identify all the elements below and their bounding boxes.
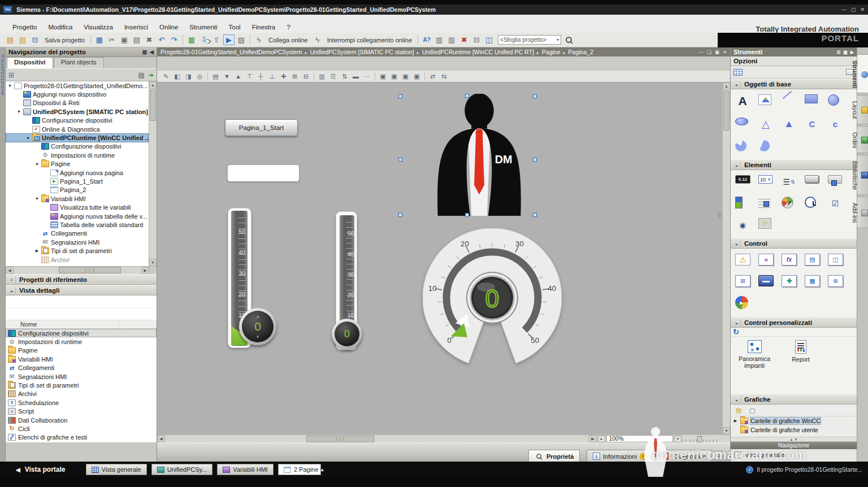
section-controls[interactable]: ⌄Control bbox=[731, 238, 857, 249]
disconnect-online-button[interactable]: Interrompi collegamento online bbox=[327, 37, 412, 44]
editor-vertical-scrollbar[interactable]: ▲ ▼ bbox=[722, 82, 730, 434]
tree-vertical-scrollbar[interactable]: ▲ ▼ bbox=[149, 81, 157, 266]
palette-icon[interactable]: ≈ bbox=[758, 254, 774, 266]
tree-item[interactable]: Aggiungi nuova tabella delle v... bbox=[6, 212, 149, 220]
palette-icon[interactable] bbox=[758, 275, 774, 286]
filter-icon[interactable]: ⊞ bbox=[8, 71, 14, 79]
section-basic-objects[interactable]: ⌄Oggetti di base bbox=[731, 79, 857, 89]
palette-icon[interactable]: C bbox=[805, 118, 819, 131]
editor-toolbar-icon[interactable]: ⊤ bbox=[244, 72, 255, 81]
graphics-tool-icon[interactable]: ▢ bbox=[748, 406, 757, 414]
canvas-button-widget[interactable]: Pagina_1_Start bbox=[225, 119, 298, 136]
palette-icon[interactable]: 0.12 bbox=[735, 175, 750, 184]
scrollbar-thumb[interactable] bbox=[723, 91, 730, 131]
details-name-header[interactable]: Nome bbox=[6, 320, 157, 329]
canvas-graphic-widget[interactable]: DM bbox=[400, 94, 535, 217]
connect-online-icon[interactable]: ϟ bbox=[253, 34, 264, 45]
selection-handle[interactable] bbox=[533, 213, 537, 217]
editor-toolbar-icon[interactable]: ▼ bbox=[222, 72, 232, 81]
taskbar-button[interactable]: Variabili HMI bbox=[217, 464, 274, 475]
breadcrumb-item[interactable]: UnifiedPCSystem [SIMATIC PC station] bbox=[302, 49, 414, 55]
selection-handle[interactable] bbox=[398, 158, 402, 162]
selection-handle[interactable] bbox=[398, 213, 402, 217]
list-item[interactable]: Tipi di set di parametri bbox=[6, 381, 157, 389]
editor-toolbar-icon[interactable]: ⊞ bbox=[289, 72, 300, 81]
editor-toolbar-icon[interactable] bbox=[424, 72, 425, 81]
pane-splitter[interactable]: ▲▼ bbox=[731, 437, 857, 442]
editor-toolbar-icon[interactable]: ⋯ bbox=[362, 72, 372, 81]
task-card-tab[interactable]: Biblioteche bbox=[857, 155, 868, 195]
toolbar-icon[interactable]: ⊟ bbox=[471, 34, 482, 45]
expand-icon[interactable]: › bbox=[734, 451, 741, 458]
slider-decrease-icon[interactable]: ∨ bbox=[242, 334, 274, 338]
tree-item[interactable]: Tabella delle variabili standard bbox=[6, 220, 149, 229]
menu-item[interactable]: Progetto bbox=[7, 23, 42, 32]
toolbar-icon[interactable]: ▨ bbox=[236, 34, 247, 45]
navigation-tab[interactable]: Dispositivi bbox=[7, 57, 53, 68]
selection-handle[interactable] bbox=[533, 158, 537, 162]
scrollbar-thumb[interactable] bbox=[150, 90, 156, 121]
expander-icon[interactable]: ▼ bbox=[7, 84, 12, 88]
slider-increase-icon[interactable]: ∧ bbox=[242, 315, 274, 319]
scroll-up-icon[interactable]: ▲ bbox=[149, 81, 157, 89]
toolbar-icon[interactable]: ↶ bbox=[156, 34, 167, 45]
selection-handle[interactable] bbox=[465, 213, 469, 217]
zoom-level-value[interactable]: 100% bbox=[606, 435, 673, 442]
palette-icon[interactable]: fx bbox=[782, 254, 797, 266]
palette-icon[interactable]: A bbox=[735, 94, 750, 108]
grid-view-icon[interactable] bbox=[734, 69, 743, 76]
palette-icon[interactable] bbox=[782, 197, 793, 208]
slider-knob[interactable]: ∧ 0 ∨ bbox=[239, 308, 276, 345]
toolbar-icon[interactable]: ⇧ bbox=[211, 34, 222, 45]
breadcrumb-item[interactable]: UnifiedPCRuntime [WinCC Unified PC RT] bbox=[414, 49, 534, 55]
tree-item[interactable]: ▼ UnifiedPCSystem [SIMATIC PC station] bbox=[6, 107, 149, 116]
editor-window-icon[interactable]: ▣ bbox=[715, 49, 719, 55]
editor-toolbar-icon[interactable]: ▥ bbox=[316, 72, 327, 81]
scroll-right-icon[interactable]: ▶ bbox=[589, 435, 597, 442]
scroll-right-icon[interactable]: ▶ bbox=[141, 267, 149, 274]
palette-icon[interactable] bbox=[783, 91, 792, 99]
expander-icon[interactable]: ▼ bbox=[34, 162, 40, 166]
palette-icon[interactable]: c bbox=[828, 118, 843, 131]
toolbar-icon[interactable]: ▦ bbox=[94, 34, 105, 45]
save-project-button[interactable]: Salva progetto bbox=[45, 37, 85, 44]
editor-toolbar-icon[interactable]: ✎ bbox=[160, 72, 171, 81]
editor-toolbar-icon[interactable] bbox=[314, 72, 314, 81]
zoom-slider[interactable] bbox=[683, 436, 719, 442]
tree-item[interactable]: Collegamenti bbox=[6, 229, 149, 238]
menu-item[interactable]: Tool bbox=[223, 23, 246, 32]
graphics-tool-icon[interactable]: ▤ bbox=[734, 406, 743, 414]
editor-toolbar-icon[interactable]: ☰ bbox=[328, 72, 338, 81]
palette-icon[interactable]: ▶ bbox=[735, 296, 748, 309]
tree-item[interactable]: Pagina_2 bbox=[6, 186, 149, 194]
details-view-section[interactable]: ⌄Vista dettagli bbox=[6, 285, 157, 295]
popup-indicator-icon[interactable]: ▲ bbox=[320, 467, 324, 472]
list-item[interactable]: Pagine bbox=[6, 346, 157, 355]
editor-toolbar-icon[interactable]: ◧ bbox=[172, 72, 183, 81]
toolbar-icon[interactable]: ▶ bbox=[223, 34, 235, 45]
taskbar-button[interactable]: UnifiedPCSy... bbox=[151, 464, 213, 475]
editor-toolbar-icon[interactable]: ▣ bbox=[389, 72, 400, 81]
column-view-icon[interactable]: ▤ bbox=[138, 71, 145, 79]
toolbar-icon[interactable]: ✖ bbox=[144, 34, 155, 45]
search-project-icon[interactable] bbox=[565, 36, 574, 45]
canvas-slider-widget-1[interactable]: 50 40 30 20 10 ∧ 0 ∨ bbox=[225, 208, 282, 355]
screen-editor-canvas[interactable]: Pagina_1_Start 50 40 30 20 10 ∧ 0 ∨ bbox=[157, 82, 722, 434]
toolbar-icon[interactable]: ▦ bbox=[186, 34, 197, 45]
editor-window-icon[interactable]: ✕ bbox=[723, 49, 727, 55]
editor-window-icon[interactable]: ❏ bbox=[707, 49, 711, 55]
tree-item[interactable]: Impostazioni di runtime bbox=[6, 151, 149, 159]
tree-item[interactable]: Configurazione dispositivi bbox=[6, 116, 149, 125]
tree-item[interactable]: ▼ Pagine bbox=[6, 160, 149, 168]
tree-horizontal-scrollbar[interactable]: ◀ ❘❘❘ ▶ bbox=[6, 266, 149, 274]
task-card-tab[interactable]: Add-ins bbox=[857, 197, 868, 228]
palette-icon[interactable] bbox=[805, 94, 818, 103]
palette-icon[interactable]: 10 bbox=[758, 175, 772, 184]
navigation-pane-row[interactable]: › Vista generale bbox=[731, 449, 857, 460]
taskbar-button[interactable]: 2 Pagine bbox=[278, 464, 321, 475]
menu-item[interactable]: ? bbox=[281, 23, 296, 32]
expander-icon[interactable]: ▼ bbox=[34, 197, 40, 201]
editor-toolbar-icon[interactable] bbox=[375, 72, 375, 81]
toolbar-icon[interactable]: ▥ bbox=[446, 34, 457, 45]
scroll-left-icon[interactable]: ◀ bbox=[157, 435, 165, 442]
